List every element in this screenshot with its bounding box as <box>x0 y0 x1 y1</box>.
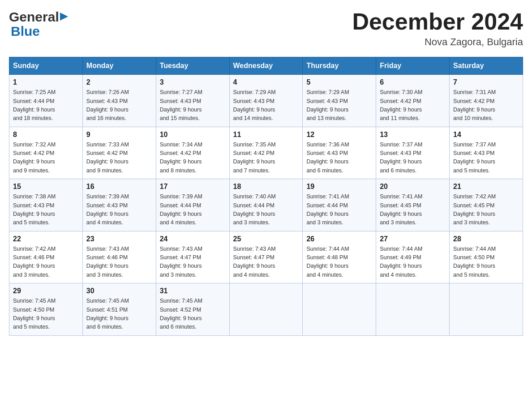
day-number: 12 <box>306 131 372 139</box>
calendar-cell: 14 Sunrise: 7:37 AM Sunset: 4:43 PM Dayl… <box>450 127 523 179</box>
calendar-cell: 13 Sunrise: 7:37 AM Sunset: 4:43 PM Dayl… <box>376 127 450 179</box>
day-number: 8 <box>13 131 79 139</box>
day-of-week-header: Sunday <box>9 57 83 75</box>
day-info: Sunrise: 7:36 AM Sunset: 4:43 PM Dayligh… <box>306 141 372 176</box>
day-number: 24 <box>160 235 226 243</box>
day-info: Sunrise: 7:35 AM Sunset: 4:42 PM Dayligh… <box>233 141 299 176</box>
day-number: 14 <box>453 131 519 139</box>
calendar-cell <box>450 283 523 336</box>
logo-blue: Blue <box>9 23 68 39</box>
calendar-cell: 31 Sunrise: 7:45 AM Sunset: 4:52 PM Dayl… <box>156 283 229 336</box>
day-info: Sunrise: 7:44 AM Sunset: 4:49 PM Dayligh… <box>380 245 446 280</box>
calendar-cell: 1 Sunrise: 7:25 AM Sunset: 4:44 PM Dayli… <box>9 75 83 127</box>
day-info: Sunrise: 7:39 AM Sunset: 4:43 PM Dayligh… <box>86 193 152 227</box>
day-info: Sunrise: 7:26 AM Sunset: 4:43 PM Dayligh… <box>86 88 152 123</box>
calendar-table: SundayMondayTuesdayWednesdayThursdayFrid… <box>9 57 523 336</box>
day-of-week-header: Thursday <box>303 57 376 75</box>
day-number: 13 <box>380 131 446 139</box>
day-info: Sunrise: 7:34 AM Sunset: 4:42 PM Dayligh… <box>160 141 226 176</box>
day-info: Sunrise: 7:33 AM Sunset: 4:42 PM Dayligh… <box>86 141 152 176</box>
day-of-week-header: Wednesday <box>229 57 303 75</box>
calendar-cell: 2 Sunrise: 7:26 AM Sunset: 4:43 PM Dayli… <box>82 75 156 127</box>
day-info: Sunrise: 7:27 AM Sunset: 4:43 PM Dayligh… <box>160 88 226 123</box>
calendar-cell: 4 Sunrise: 7:29 AM Sunset: 4:43 PM Dayli… <box>229 75 303 127</box>
calendar-cell: 28 Sunrise: 7:44 AM Sunset: 4:50 PM Dayl… <box>450 231 523 283</box>
calendar-cell: 18 Sunrise: 7:40 AM Sunset: 4:44 PM Dayl… <box>229 179 303 231</box>
day-number: 23 <box>86 235 152 243</box>
day-info: Sunrise: 7:41 AM Sunset: 4:45 PM Dayligh… <box>380 193 446 227</box>
calendar-cell: 29 Sunrise: 7:45 AM Sunset: 4:50 PM Dayl… <box>9 283 83 336</box>
calendar-cell: 12 Sunrise: 7:36 AM Sunset: 4:43 PM Dayl… <box>303 127 376 179</box>
calendar-cell: 15 Sunrise: 7:38 AM Sunset: 4:43 PM Dayl… <box>9 179 83 231</box>
title-block: December 2024 Nova Zagora, Bulgaria <box>352 9 523 48</box>
day-number: 3 <box>160 78 226 86</box>
day-number: 28 <box>453 235 519 243</box>
calendar-week-row: 29 Sunrise: 7:45 AM Sunset: 4:50 PM Dayl… <box>9 283 523 336</box>
calendar-week-row: 22 Sunrise: 7:42 AM Sunset: 4:46 PM Dayl… <box>9 231 523 283</box>
day-info: Sunrise: 7:39 AM Sunset: 4:44 PM Dayligh… <box>160 193 226 227</box>
day-number: 1 <box>13 78 79 86</box>
calendar-cell <box>376 283 450 336</box>
day-number: 17 <box>160 183 226 191</box>
day-number: 26 <box>306 235 372 243</box>
day-of-week-header: Friday <box>376 57 450 75</box>
calendar-cell: 17 Sunrise: 7:39 AM Sunset: 4:44 PM Dayl… <box>156 179 229 231</box>
day-number: 16 <box>86 183 152 191</box>
day-number: 9 <box>86 131 152 139</box>
day-info: Sunrise: 7:37 AM Sunset: 4:43 PM Dayligh… <box>453 141 519 176</box>
day-of-week-header: Tuesday <box>156 57 229 75</box>
calendar-cell: 9 Sunrise: 7:33 AM Sunset: 4:42 PM Dayli… <box>82 127 156 179</box>
day-number: 29 <box>13 287 79 295</box>
day-number: 15 <box>13 183 79 191</box>
logo-arrow-icon <box>60 13 68 21</box>
day-of-week-header: Monday <box>82 57 156 75</box>
calendar-cell: 19 Sunrise: 7:41 AM Sunset: 4:44 PM Dayl… <box>303 179 376 231</box>
day-info: Sunrise: 7:45 AM Sunset: 4:50 PM Dayligh… <box>13 297 79 332</box>
calendar-week-row: 8 Sunrise: 7:32 AM Sunset: 4:42 PM Dayli… <box>9 127 523 179</box>
day-info: Sunrise: 7:37 AM Sunset: 4:43 PM Dayligh… <box>380 141 446 176</box>
day-info: Sunrise: 7:29 AM Sunset: 4:43 PM Dayligh… <box>233 88 299 123</box>
calendar-week-row: 15 Sunrise: 7:38 AM Sunset: 4:43 PM Dayl… <box>9 179 523 231</box>
calendar-title: December 2024 <box>352 9 523 34</box>
calendar-cell: 25 Sunrise: 7:43 AM Sunset: 4:47 PM Dayl… <box>229 231 303 283</box>
day-number: 31 <box>160 287 226 295</box>
calendar-cell: 11 Sunrise: 7:35 AM Sunset: 4:42 PM Dayl… <box>229 127 303 179</box>
day-info: Sunrise: 7:45 AM Sunset: 4:52 PM Dayligh… <box>160 297 226 332</box>
calendar-cell: 22 Sunrise: 7:42 AM Sunset: 4:46 PM Dayl… <box>9 231 83 283</box>
page-header: General Blue December 2024 Nova Zagora, … <box>9 9 523 48</box>
calendar-week-row: 1 Sunrise: 7:25 AM Sunset: 4:44 PM Dayli… <box>9 75 523 127</box>
day-number: 22 <box>13 235 79 243</box>
day-number: 30 <box>86 287 152 295</box>
day-info: Sunrise: 7:32 AM Sunset: 4:42 PM Dayligh… <box>13 141 79 176</box>
day-info: Sunrise: 7:40 AM Sunset: 4:44 PM Dayligh… <box>233 193 299 227</box>
day-info: Sunrise: 7:30 AM Sunset: 4:42 PM Dayligh… <box>380 88 446 123</box>
day-info: Sunrise: 7:29 AM Sunset: 4:43 PM Dayligh… <box>306 88 372 123</box>
day-info: Sunrise: 7:42 AM Sunset: 4:45 PM Dayligh… <box>453 193 519 227</box>
calendar-cell: 6 Sunrise: 7:30 AM Sunset: 4:42 PM Dayli… <box>376 75 450 127</box>
calendar-cell: 23 Sunrise: 7:43 AM Sunset: 4:46 PM Dayl… <box>82 231 156 283</box>
calendar-cell: 24 Sunrise: 7:43 AM Sunset: 4:47 PM Dayl… <box>156 231 229 283</box>
calendar-cell: 30 Sunrise: 7:45 AM Sunset: 4:51 PM Dayl… <box>82 283 156 336</box>
day-number: 7 <box>453 78 519 86</box>
calendar-cell: 27 Sunrise: 7:44 AM Sunset: 4:49 PM Dayl… <box>376 231 450 283</box>
day-info: Sunrise: 7:31 AM Sunset: 4:42 PM Dayligh… <box>453 88 519 123</box>
day-number: 25 <box>233 235 299 243</box>
calendar-cell <box>303 283 376 336</box>
day-number: 19 <box>306 183 372 191</box>
logo-general: General <box>9 9 59 25</box>
calendar-cell <box>229 283 303 336</box>
day-number: 10 <box>160 131 226 139</box>
calendar-cell: 7 Sunrise: 7:31 AM Sunset: 4:42 PM Dayli… <box>450 75 523 127</box>
day-info: Sunrise: 7:44 AM Sunset: 4:50 PM Dayligh… <box>453 245 519 280</box>
logo: General Blue <box>9 9 68 39</box>
calendar-cell: 21 Sunrise: 7:42 AM Sunset: 4:45 PM Dayl… <box>450 179 523 231</box>
day-number: 2 <box>86 78 152 86</box>
day-info: Sunrise: 7:43 AM Sunset: 4:47 PM Dayligh… <box>160 245 226 280</box>
day-number: 6 <box>380 78 446 86</box>
calendar-cell: 3 Sunrise: 7:27 AM Sunset: 4:43 PM Dayli… <box>156 75 229 127</box>
day-info: Sunrise: 7:38 AM Sunset: 4:43 PM Dayligh… <box>13 193 79 227</box>
svg-marker-0 <box>60 13 68 21</box>
day-number: 11 <box>233 131 299 139</box>
day-info: Sunrise: 7:41 AM Sunset: 4:44 PM Dayligh… <box>306 193 372 227</box>
day-number: 5 <box>306 78 372 86</box>
